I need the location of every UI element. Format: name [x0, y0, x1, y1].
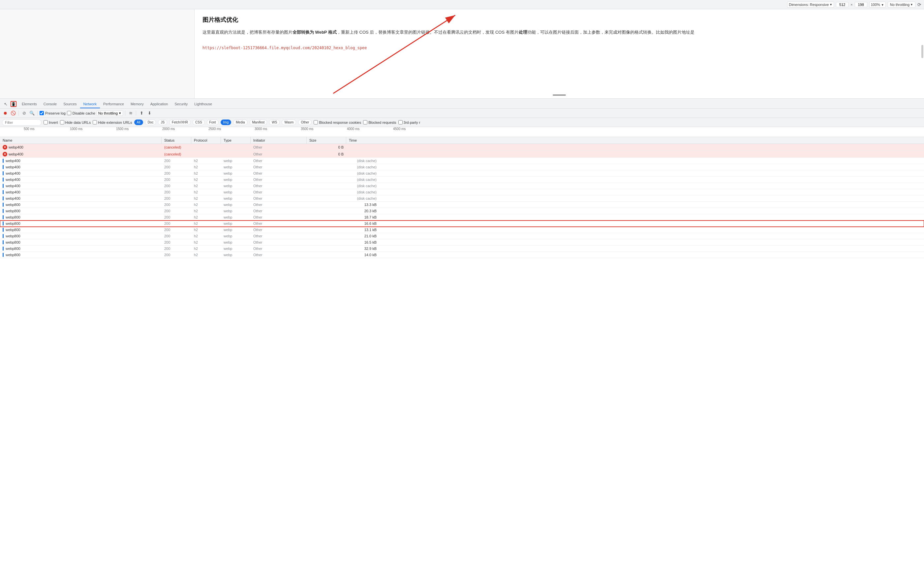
page-url-link[interactable]: https://slefboot-1251736664.file.myqclou…	[203, 46, 367, 50]
filter-btn-manifest[interactable]: Manifest	[250, 119, 267, 125]
table-row[interactable]: webp800 200 h2 webp Other 18.7 kB	[0, 214, 924, 220]
filter-icon-button[interactable]: ⊘	[21, 110, 27, 116]
hide-ext-urls-checkbox[interactable]	[92, 120, 97, 124]
table-row[interactable]: webp400 200 h2 webp Other (disk cache)	[0, 177, 924, 183]
header-type[interactable]: Type	[221, 137, 251, 144]
filter-input[interactable]	[2, 119, 41, 126]
inspect-cursor-icon[interactable]: ↖	[3, 101, 8, 107]
header-protocol[interactable]: Protocol	[191, 137, 221, 144]
disable-cache-checkbox[interactable]	[67, 111, 71, 115]
header-status[interactable]: Status	[162, 137, 191, 144]
header-name[interactable]: Name	[0, 137, 162, 144]
filter-btn-css[interactable]: CSS	[193, 119, 205, 125]
tab-security[interactable]: Security	[171, 101, 191, 108]
filter-btn-js[interactable]: JS	[158, 119, 167, 125]
table-row[interactable]: ✕ webp400 (canceled) Other 0 B	[0, 144, 924, 151]
filter-btn-ws[interactable]: WS	[269, 119, 280, 125]
table-row[interactable]: webp400 200 h2 webp Other (disk cache)	[0, 164, 924, 170]
table-row[interactable]: webp800 200 h2 webp Other 21.0 kB	[0, 233, 924, 239]
tab-console[interactable]: Console	[40, 101, 60, 108]
cell-type: webp	[221, 252, 251, 258]
preserve-log-label: Preserve log	[45, 111, 66, 115]
clear-button[interactable]: 🚫	[10, 110, 16, 116]
table-row[interactable]: webp400 200 h2 webp Other (disk cache)	[0, 183, 924, 189]
table-header: Name Status Protocol Type Initiator Size…	[0, 137, 924, 144]
table-row[interactable]: webp800 200 h2 webp Other 13.1 kB	[0, 227, 924, 233]
import-har-button[interactable]: ⬆	[138, 110, 145, 116]
invert-checkbox-label[interactable]: Invert	[43, 120, 58, 124]
page-bold-2: 处理	[519, 30, 527, 35]
preserve-log-checkbox-label[interactable]: Preserve log	[40, 111, 66, 115]
disable-cache-checkbox-label[interactable]: Disable cache	[67, 111, 95, 115]
cell-initiator: Other	[251, 252, 307, 258]
network-conditions-icon[interactable]: ≋	[127, 110, 134, 116]
cell-name: webp400	[0, 164, 162, 170]
hide-ext-urls-checkbox-label[interactable]: Hide extension URLs	[92, 120, 132, 124]
hide-data-urls-checkbox[interactable]	[60, 120, 64, 124]
cell-protocol: h2	[191, 214, 221, 220]
tab-application[interactable]: Application	[147, 101, 172, 108]
rotate-icon[interactable]: ⟳	[917, 2, 921, 7]
cell-size: 0 B	[307, 151, 346, 157]
table-row[interactable]: webp800 200 h2 webp Other 20.3 kB	[0, 208, 924, 214]
filter-btn-doc[interactable]: Doc	[145, 119, 156, 125]
invert-checkbox[interactable]	[43, 120, 48, 124]
blocked-requests-label[interactable]: Blocked requests	[363, 120, 396, 124]
table-row[interactable]: webp400 200 h2 webp Other (disk cache)	[0, 158, 924, 164]
search-button[interactable]: 🔍	[29, 110, 35, 116]
hide-data-urls-checkbox-label[interactable]: Hide data URLs	[60, 120, 91, 124]
table-row[interactable]: webp800 200 h2 webp Other 13.3 kB	[0, 202, 924, 208]
toolbar-divider-1	[18, 111, 19, 116]
third-party-label[interactable]: 3rd-party r	[398, 120, 421, 124]
tab-memory[interactable]: Memory	[127, 101, 147, 108]
throttle-dropdown[interactable]: No throttling ▼	[97, 111, 123, 116]
filter-btn-wasm[interactable]: Wasm	[282, 119, 296, 125]
table-row[interactable]: ✕ webp400 (canceled) Other 0 B	[0, 151, 924, 158]
filter-btn-font[interactable]: Font	[207, 119, 219, 125]
drag-handle[interactable]	[553, 94, 566, 96]
filter-btn-fetch-xhr[interactable]: Fetch/XHR	[169, 119, 191, 125]
cell-protocol: h2	[191, 195, 221, 201]
table-row[interactable]: webp800 200 h2 webp Other 14.0 kB	[0, 252, 924, 258]
hide-data-urls-label: Hide data URLs	[65, 121, 91, 124]
width-input[interactable]	[836, 2, 848, 7]
blocked-requests-checkbox[interactable]	[363, 120, 367, 124]
cell-time	[346, 144, 379, 151]
cell-type: webp	[221, 202, 251, 208]
filter-btn-media[interactable]: Media	[233, 119, 248, 125]
tab-sources[interactable]: Sources	[60, 101, 80, 108]
height-input[interactable]	[855, 2, 867, 7]
third-party-checkbox[interactable]	[398, 120, 403, 124]
table-row[interactable]: webp400 200 h2 webp Other (disk cache)	[0, 195, 924, 202]
tab-performance[interactable]: Performance	[100, 101, 127, 108]
blocked-cookies-checkbox[interactable]	[314, 120, 318, 124]
dimensions-dropdown[interactable]: Dimensions: Responsive ▼	[787, 2, 834, 8]
export-har-button[interactable]: ⬇	[146, 110, 153, 116]
cell-type: webp	[221, 220, 251, 227]
throttle-top-dropdown[interactable]: No throttling ▼	[888, 2, 916, 8]
table-row[interactable]: webp800 200 h2 webp Other 32.9 kB	[0, 246, 924, 252]
filter-btn-img[interactable]: Img	[221, 119, 231, 125]
timeline-marker-500ms: 500 ms	[24, 127, 35, 131]
scrollbar[interactable]	[921, 45, 923, 58]
device-toggle-icon[interactable]: 📱	[11, 101, 16, 107]
record-button[interactable]: ⏺	[2, 110, 8, 116]
header-time[interactable]: Time	[346, 137, 379, 144]
cell-type: webp	[221, 233, 251, 239]
tab-network[interactable]: Network	[80, 101, 100, 108]
hide-ext-urls-label: Hide extension URLs	[98, 121, 132, 124]
header-initiator[interactable]: Initiator	[251, 137, 307, 144]
header-size[interactable]: Size	[307, 137, 346, 144]
tab-elements[interactable]: Elements	[18, 101, 40, 108]
filter-btn-other[interactable]: Other	[298, 119, 312, 125]
table-row[interactable]: webp400 200 h2 webp Other (disk cache)	[0, 170, 924, 177]
table-row[interactable]: webp400 200 h2 webp Other (disk cache)	[0, 189, 924, 195]
table-row[interactable]: webp800 200 h2 webp Other 16.5 kB	[0, 239, 924, 246]
table-row-selected[interactable]: webp800 200 h2 webp Other 16.6 kB	[0, 220, 924, 227]
zoom-dropdown[interactable]: 100% ▼	[869, 2, 886, 8]
preserve-log-checkbox[interactable]	[40, 111, 44, 115]
tab-lighthouse[interactable]: Lighthouse	[191, 101, 215, 108]
filter-btn-all[interactable]: All	[134, 119, 143, 125]
cell-name: webp400	[0, 170, 162, 176]
blocked-cookies-label[interactable]: Blocked response cookies	[314, 120, 361, 124]
